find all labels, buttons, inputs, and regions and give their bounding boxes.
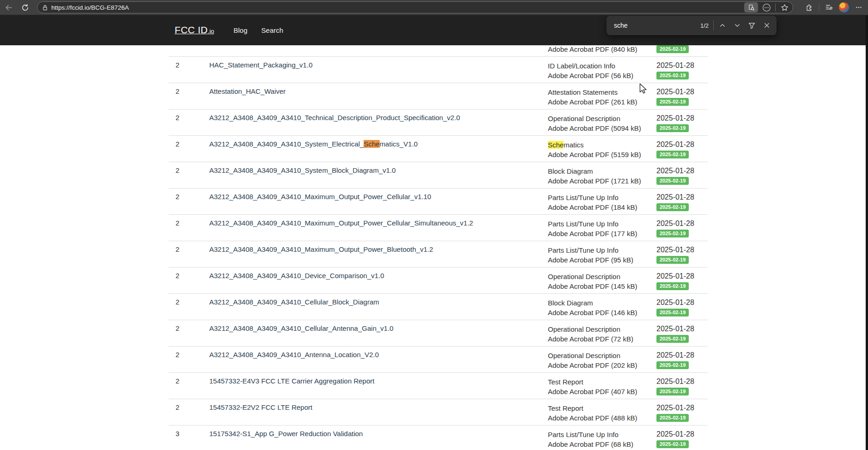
logo-suffix: .io [208,28,214,35]
document-name-cell: 15175342-S1_App G_Power Reduction Valida… [209,426,548,450]
doc-date: 2025-01-28 [656,218,708,229]
document-name-cell: A3212_A3408_A3409_A3410_Cellular_Antenna… [209,320,548,346]
doc-format: Adobe Acrobat PDF (184 kB) [548,202,656,212]
doc-date: 2025-01-28 [656,350,708,360]
document-link[interactable]: HAC_Statement_Packaging_v1.0 [209,61,312,69]
text-segment: Parts List/Tune Up Info [548,220,619,228]
row-number: 2 [169,320,209,346]
document-name-cell: A3212_A3408_A3409_A3410_Maximum_Output_P… [209,189,548,214]
document-link[interactable]: 15457332-E4V3 FCC LTE Carrier Aggregatio… [209,377,374,385]
find-bar-divider [713,20,714,30]
find-on-page-chip[interactable] [744,2,758,12]
document-link[interactable]: A3212_A3408_A3409_A3410_Maximum_Output_P… [209,193,431,201]
text-segment: Parts List/Tune Up Info [548,246,619,254]
text-segment: Sche [548,141,564,149]
date-badge: 2025-02-19 [656,282,689,290]
back-icon [5,4,12,12]
refresh-button[interactable] [19,2,30,13]
document-link[interactable]: A3212_A3408_A3409_A3410_Device_Compariso… [209,272,384,280]
next-match-button[interactable] [731,19,743,32]
find-match-counter: 1/2 [700,22,709,29]
document-link[interactable]: 15457332-E2V2 FCC LTE Report [209,403,312,411]
doc-format: Adobe Acrobat PDF (5094 kB) [548,123,656,133]
text-segment: matics_V1.0 [380,140,418,148]
table-row: 2 A3212_A3408_A3409_A3410_Maximum_Output… [169,189,708,215]
doc-format: Adobe Acrobat PDF (177 kB) [548,229,656,238]
extensions-button[interactable] [804,2,815,13]
favorites-list-icon [825,3,833,12]
favorite-star-button[interactable] [779,2,790,13]
row-number: 2 [169,373,209,399]
document-name-cell: 15457332-E4V3 FCC LTE Carrier Aggregatio… [209,373,548,399]
date-badge: 2025-02-19 [656,256,689,264]
date-cell: 2025-01-28 2025-02-19 [656,399,708,425]
text-segment: A3212_A3408_A3409_A3410_Maximum_Output_P… [209,193,431,201]
date-cell: 2025-01-28 2025-02-19 [656,294,708,320]
date-badge: 2025-02-19 [656,309,689,316]
document-name-cell: A3212_A3408_A3409_A3410_Cellular_Block_D… [209,294,548,320]
table-row: 2 HAC_Statement_Packaging_v1.0 ID Label/… [169,57,708,83]
mouse-cursor [638,83,649,94]
document-type-cell: Operational Description Adobe Acrobat PD… [548,268,656,293]
document-link[interactable]: A3212_A3408_A3409_A3410_Cellular_Antenna… [209,324,394,332]
profile-avatar[interactable] [839,2,849,12]
favorites-list-button[interactable] [824,2,835,13]
document-type-cell: Test Report Adobe Acrobat PDF (407 kB) [548,373,656,399]
document-type-cell: Parts List/Tune Up Info Adobe Acrobat PD… [548,189,656,214]
nav-search[interactable]: Search [261,26,284,34]
table-row: 2 A3212_A3408_A3409_A3410_Cellular_Block… [169,294,708,320]
document-name-cell: HAC_Statement_Packaging_v1.0 [209,57,548,83]
text-segment: A3212_A3408_A3409_A3410_Maximum_Output_P… [209,245,433,253]
date-cell: 2025-01-28 2025-02-19 [656,162,708,188]
more-tools-circle-button[interactable] [761,2,772,13]
row-number: 2 [169,189,209,214]
document-type-cell: Schematics Adobe Acrobat PDF (5159 kB) [548,136,656,162]
nav-blog[interactable]: Blog [234,26,248,34]
filter-matches-button[interactable] [746,19,758,32]
text-segment: Attestation Statements [548,88,618,96]
document-link[interactable]: A3212_A3408_A3409_A3410_System_Electrica… [209,140,418,148]
doc-format: Adobe Acrobat PDF (145 kB) [548,281,656,291]
table-row: 2 Attestation_HAC_Waiver Attestation Sta… [169,83,708,109]
site-logo[interactable]: FCC ID.io [175,24,214,36]
document-link[interactable]: A3212_A3408_A3409_A3410_Maximum_Output_P… [209,245,433,253]
document-link[interactable]: A3212_A3408_A3409_A3410_Antenna_Location… [209,351,379,359]
close-find-bar-button[interactable] [760,19,773,32]
toolbar-right-icons [800,2,864,13]
find-input[interactable] [613,21,698,30]
row-number: 2 [169,136,209,162]
date-cell: 2025-01-28 2025-02-19 [656,215,708,241]
document-link[interactable]: A3212_A3408_A3409_A3410_System_Block_Dia… [209,166,396,174]
date-badge: 2025-02-19 [656,177,689,185]
row-number: 2 [169,57,209,83]
document-name-cell: 15457332-E2V2 FCC LTE Report [209,399,548,425]
puzzle-icon [805,3,813,12]
previous-match-button[interactable] [716,19,728,32]
doc-type: Block Diagram [548,166,656,176]
toolbar-divider [819,4,819,11]
table-row: 2 A3212_A3408_A3409_A3410_Maximum_Output… [169,241,708,268]
date-badge: 2025-02-19 [656,72,689,79]
document-link[interactable]: A3212_A3408_A3409_A3410_Cellular_Block_D… [209,298,379,306]
browser-toolbar: https://fccid.io/BCG-E8726A [0,0,868,15]
date-cell: 2025-01-28 2025-02-19 [656,109,708,135]
text-segment: A3212_A3408_A3409_A3410_Cellular_Antenna… [209,324,394,332]
text-segment: Parts List/Tune Up Info [548,194,619,201]
document-link[interactable]: A3212_A3408_A3409_A3410_Maximum_Output_P… [209,219,473,227]
settings-menu-button[interactable] [853,2,864,13]
url-text[interactable]: https://fccid.io/BCG-E8726A [51,4,129,11]
text-segment: 15175342-S1_App G_Power Reduction Valida… [209,430,363,438]
date-badge: 2025-02-19 [656,414,689,422]
text-segment: 15457332-E4V3 FCC LTE Carrier Aggregatio… [209,377,374,385]
document-link[interactable]: A3212_A3408_A3409_A3410_Technical_Descri… [209,114,460,122]
doc-date: 2025-01-28 [656,244,708,255]
back-button[interactable] [3,2,14,13]
document-link[interactable]: 15175342-S1_App G_Power Reduction Valida… [209,430,363,438]
doc-format: Adobe Acrobat PDF (95 kB) [548,255,656,265]
browser-window: https://fccid.io/BCG-E8726A [0,0,868,450]
address-bar[interactable]: https://fccid.io/BCG-E8726A [37,1,793,13]
doc-format: Adobe Acrobat PDF (202 kB) [548,360,656,370]
document-link[interactable]: Attestation_HAC_Waiver [209,87,285,95]
text-segment: 15457332-E2V2 FCC LTE Report [209,403,312,411]
window-edge-scrollbar[interactable] [866,15,868,450]
